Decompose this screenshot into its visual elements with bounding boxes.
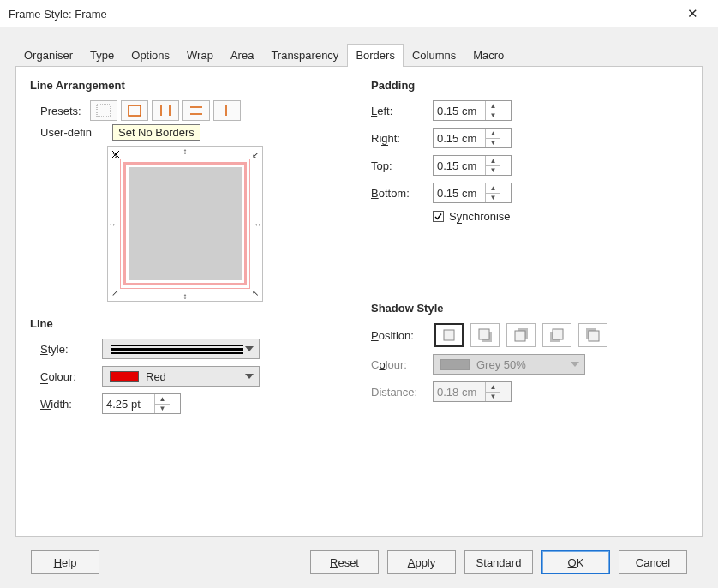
reset-button[interactable]: Reset <box>310 550 379 574</box>
padding-right-spin[interactable]: ▲▼ <box>433 128 512 148</box>
preset-left-right[interactable] <box>152 100 179 121</box>
window-title: Frame Style: Frame <box>9 8 107 21</box>
synchronise-checkbox[interactable]: Synchronise <box>433 210 511 223</box>
padding-top-input[interactable] <box>434 156 485 175</box>
ok-button[interactable]: OK <box>541 550 610 574</box>
svg-rect-7 <box>444 330 454 340</box>
close-button[interactable]: ✕ <box>675 1 709 27</box>
preset-box[interactable] <box>121 100 148 121</box>
left-border-icon <box>219 104 235 117</box>
lr-borders-icon <box>158 104 173 117</box>
chevron-down-icon <box>571 362 579 367</box>
shadow-title: Shadow Style <box>371 302 688 315</box>
tab-transparency[interactable]: Transparency <box>262 44 347 67</box>
svg-rect-15 <box>589 331 599 341</box>
chevron-down-icon <box>245 346 254 351</box>
preset-tooltip: Set No Borders <box>112 124 200 141</box>
tab-options[interactable]: Options <box>123 44 178 67</box>
spin-down-icon[interactable]: ▼ <box>155 405 170 414</box>
user-defined-preview[interactable]: ↘ ↙ ↗ ↖ ↕ ↕ ↔ ↔ <box>107 146 263 302</box>
line-arrangement-title: Line Arrangement <box>30 79 347 92</box>
preset-left-only[interactable] <box>213 100 241 121</box>
preset-no-borders[interactable] <box>90 100 117 121</box>
tab-wrap[interactable]: Wrap <box>178 44 222 67</box>
titlebar: Frame Style: Frame ✕ <box>0 0 718 27</box>
padding-left-input[interactable] <box>434 101 485 120</box>
tab-borders[interactable]: Borders <box>347 44 404 67</box>
tab-area[interactable]: Area <box>222 44 262 67</box>
shadow-distance-spin: ▲▼ <box>433 381 512 402</box>
svg-rect-0 <box>97 105 111 117</box>
help-button[interactable]: Help <box>31 550 99 574</box>
padding-bottom-input[interactable] <box>434 183 485 202</box>
shadow-distance-label: Distance: <box>371 386 433 399</box>
tab-type[interactable]: Type <box>81 44 123 67</box>
standard-button[interactable]: Standard <box>464 550 533 574</box>
padding-top-spin[interactable]: ▲▼ <box>433 155 512 176</box>
shadow-colour-value: Grey 50% <box>476 358 571 371</box>
userdefined-label: User-defin <box>40 126 92 139</box>
line-style-preview-icon <box>110 345 245 354</box>
svg-rect-1 <box>129 105 141 116</box>
shadow-tr-icon <box>512 327 530 344</box>
apply-button[interactable]: Apply <box>387 550 456 574</box>
padding-right-input[interactable] <box>434 129 485 147</box>
no-borders-icon <box>96 104 111 117</box>
line-style-label: Style: <box>40 343 102 356</box>
padding-right-label: Right: <box>371 132 433 145</box>
spin-up-icon[interactable]: ▲ <box>155 394 170 405</box>
shadow-none-icon <box>440 327 458 344</box>
shadow-colour-label: Colour: <box>371 358 433 371</box>
colour-swatch-grey <box>440 359 470 370</box>
line-width-label: Width: <box>40 398 102 411</box>
tab-macro[interactable]: Macro <box>464 44 512 67</box>
line-colour-value: Red <box>146 370 245 383</box>
colour-swatch-red <box>110 371 139 382</box>
svg-rect-13 <box>553 329 563 339</box>
svg-rect-11 <box>515 331 525 341</box>
shadow-distance-input <box>434 382 485 401</box>
padding-bottom-label: Bottom: <box>371 187 433 200</box>
line-colour-combo[interactable]: Red <box>102 366 260 387</box>
tab-bar: Organiser Type Options Wrap Area Transpa… <box>15 43 703 67</box>
chevron-down-icon <box>245 374 254 379</box>
presets-label: Presets: <box>40 105 81 117</box>
line-title: Line <box>30 317 347 330</box>
synchronise-label: Synchronise <box>449 210 511 223</box>
shadow-colour-combo: Grey 50% <box>433 354 585 375</box>
shadow-pos-bl[interactable] <box>542 323 571 347</box>
shadow-bl-icon <box>548 327 565 344</box>
shadow-tl-icon <box>584 327 601 344</box>
shadow-pos-br[interactable] <box>470 323 500 347</box>
line-width-input[interactable] <box>103 394 154 413</box>
padding-left-spin[interactable]: ▲▼ <box>433 100 512 121</box>
cancel-button[interactable]: Cancel <box>619 550 687 574</box>
shadow-pos-none[interactable] <box>434 323 464 347</box>
tab-organiser[interactable]: Organiser <box>15 44 81 67</box>
shadow-pos-tr[interactable] <box>506 323 536 347</box>
padding-left-label: Left: <box>371 105 433 117</box>
padding-top-label: Top: <box>371 159 433 172</box>
shadow-br-icon <box>476 327 494 344</box>
preset-top-bottom[interactable] <box>182 100 210 121</box>
line-style-combo[interactable] <box>102 339 260 359</box>
check-icon <box>434 213 442 220</box>
tab-columns[interactable]: Columns <box>404 44 464 67</box>
svg-rect-9 <box>479 329 489 339</box>
dialog-footer: Help Reset Apply Standard OK Cancel <box>15 537 703 588</box>
padding-title: Padding <box>371 79 688 92</box>
shadow-position-label: Position: <box>371 329 433 342</box>
box-borders-icon <box>127 104 142 117</box>
line-colour-label: Colour: <box>40 370 102 383</box>
padding-bottom-spin[interactable]: ▲▼ <box>433 183 512 203</box>
shadow-pos-tl[interactable] <box>578 323 607 347</box>
tb-borders-icon <box>188 104 204 117</box>
line-width-spin[interactable]: ▲▼ <box>102 393 181 414</box>
